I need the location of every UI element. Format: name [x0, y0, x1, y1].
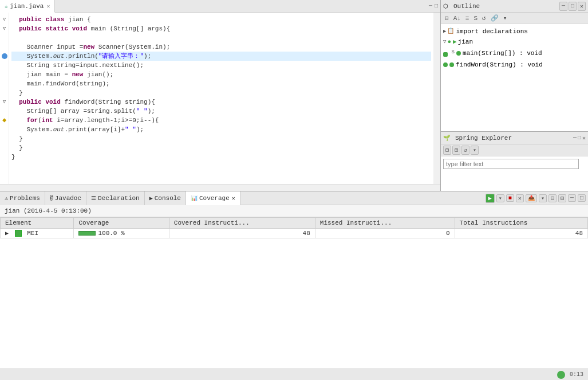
coverage-remove[interactable]: ✕ — [516, 194, 524, 202]
coverage-run-info: jian (2016-4-5 0:13:00) — [0, 205, 588, 217]
editor-scrollbar[interactable] — [433, 13, 440, 184]
outline-maximize[interactable]: □ — [569, 2, 577, 11]
outline-minimize[interactable]: ─ — [559, 2, 567, 11]
spring-more[interactable]: ▾ — [471, 146, 479, 155]
col-total[interactable]: Total Instructions — [455, 218, 587, 229]
code-line-13: System.out.print(array[i]+" "); — [11, 125, 431, 134]
outline-collapse-all[interactable]: ⊟ — [443, 14, 451, 22]
outline-link[interactable]: 🔗 — [489, 14, 500, 22]
spring-minimize[interactable]: ─ — [573, 135, 577, 142]
outline-close[interactable]: ✕ — [578, 2, 586, 11]
spring-expand-all[interactable]: ⊞ — [452, 146, 460, 155]
bottom-panel: ⚠ Problems @ Javadoc ☰ Declaration ▶ Con… — [0, 191, 588, 369]
spring-tab-controls: ─ □ ✕ — [573, 135, 586, 142]
coverage-expand[interactable]: ⊞ — [558, 194, 566, 202]
outline-class-arrow[interactable]: ▽ — [443, 37, 446, 47]
coverage-collapse[interactable]: ⊟ — [548, 194, 557, 202]
coverage-table: Element Coverage Covered Instructi... Mi… — [0, 217, 588, 238]
bottom-tab-bar: ⚠ Problems @ Javadoc ☰ Declaration ▶ Con… — [0, 191, 588, 205]
code-line-2: public static void main (String[] args){ — [11, 24, 431, 33]
outline-imports[interactable]: ▶ 📋 import declarations — [443, 26, 586, 37]
editor-horizontal-scroll[interactable] — [0, 184, 440, 191]
gutter-2: ▽ — [0, 24, 9, 33]
javadoc-icon: @ — [50, 195, 53, 201]
outline-more[interactable]: ▾ — [502, 14, 509, 22]
outline-sync[interactable]: ↺ — [480, 14, 488, 22]
coverage-stop[interactable]: ■ — [506, 194, 514, 202]
coverage-export-dropdown[interactable]: ▾ — [539, 194, 547, 202]
coverage-tab-close[interactable]: ✕ — [232, 195, 235, 202]
spring-filter-input[interactable] — [443, 159, 579, 169]
outline-icon: ⬡ — [443, 3, 448, 10]
bottom-minimize[interactable]: ─ — [568, 194, 576, 202]
col-coverage[interactable]: Coverage — [74, 218, 169, 229]
col-covered[interactable]: Covered Instructi... — [169, 218, 315, 229]
gutter-14 — [0, 134, 9, 143]
status-time: 0:13 — [570, 371, 583, 378]
collapse-arrow-10[interactable]: ▽ — [3, 97, 6, 107]
gutter-13 — [0, 125, 9, 134]
java-file-icon: ☕ — [5, 3, 8, 10]
outline-sort-alpha[interactable]: A↓ — [452, 14, 463, 22]
table-row[interactable]: ▶ MEI 100.0 % 48 0 48 — [1, 229, 588, 238]
editor-gutter: ▽ ▽ ▽ ◆ — [0, 13, 9, 184]
col-element[interactable]: Element — [1, 218, 74, 229]
spring-refresh[interactable]: ↺ — [461, 146, 469, 155]
spring-icon: 🌱 — [443, 135, 450, 142]
col-missed[interactable]: Missed Instructi... — [315, 218, 455, 229]
coverage-icon: 📊 — [191, 195, 198, 202]
spring-toolbar: ⊟ ⊞ ↺ ▾ — [441, 144, 588, 156]
editor-tab-jian-java[interactable]: ☕ jian.java ✕ — [0, 0, 55, 13]
tab-coverage-label: Coverage — [199, 195, 230, 202]
outline-hide-static[interactable]: S — [472, 14, 479, 22]
tab-coverage[interactable]: 📊 Coverage ✕ — [186, 191, 240, 205]
breakpoint-icon[interactable] — [2, 53, 7, 59]
tab-javadoc-label: Javadoc — [55, 195, 81, 202]
method-dot — [443, 62, 448, 67]
coverage-run-btn[interactable]: ▶ — [486, 194, 495, 203]
outline-method-main[interactable]: S main(String[]) : void — [443, 47, 586, 60]
coverage-run-label: jian (2016-4-5 0:13:00) — [5, 207, 92, 214]
outline-method-findword[interactable]: findWord(String) : void — [443, 60, 586, 70]
collapse-arrow-1[interactable]: ▽ — [3, 15, 6, 24]
maximize-icon[interactable]: □ — [435, 3, 438, 9]
gutter-6 — [0, 61, 9, 70]
outline-tab-label[interactable]: Outline — [450, 2, 483, 11]
cell-total: 48 — [455, 229, 587, 238]
code-line-7: jian main = new jian(); — [11, 70, 431, 79]
gutter-12: ◆ — [0, 116, 9, 125]
spring-collapse-all[interactable]: ⊟ — [443, 146, 451, 155]
minimize-icon[interactable]: ─ — [429, 3, 432, 9]
cell-element: ▶ MEI — [1, 229, 74, 238]
declaration-icon: ☰ — [91, 195, 96, 202]
row-expand-arrow[interactable]: ▶ — [5, 230, 9, 237]
coverage-dropdown[interactable]: ▾ — [496, 194, 504, 202]
code-line-12: for(int i=array.length-1;i>=0;i--){ — [11, 116, 431, 125]
code-area[interactable]: public class jian { public static void m… — [9, 13, 433, 184]
status-bar: 0:13 — [0, 369, 588, 380]
gutter-7 — [0, 70, 9, 79]
editor-tab-bar: ☕ jian.java ✕ ─ □ — [0, 0, 440, 13]
outline-class-arrow2: ▶ — [453, 37, 457, 47]
code-line-16: } — [11, 152, 431, 162]
outline-hide-fields[interactable]: ≡ — [464, 14, 471, 22]
tab-console[interactable]: ▶ Console — [145, 191, 186, 205]
collapse-arrow-2[interactable]: ▽ — [3, 24, 6, 33]
tab-problems[interactable]: ⚠ Problems — [0, 191, 45, 205]
class-icon: ● — [447, 37, 451, 47]
spring-tab-label[interactable]: Spring Explorer — [452, 134, 515, 143]
outline-imports-arrow[interactable]: ▶ — [443, 26, 446, 37]
spring-close[interactable]: ✕ — [582, 135, 586, 142]
bottom-maximize[interactable]: □ — [578, 194, 586, 202]
spring-maximize[interactable]: □ — [578, 135, 581, 142]
gutter-1: ▽ — [0, 15, 9, 24]
coverage-export[interactable]: 📤 — [526, 194, 537, 202]
editor-tab-close[interactable]: ✕ — [46, 3, 50, 10]
outline-class-jian[interactable]: ▽ ● ▶ jian — [443, 37, 586, 47]
spring-tab-bar: 🌱 Spring Explorer ─ □ ✕ — [441, 132, 588, 144]
tab-javadoc[interactable]: @ Javadoc — [45, 191, 86, 205]
tab-problems-label: Problems — [10, 195, 40, 202]
status-circle — [557, 371, 565, 379]
tab-declaration[interactable]: ☰ Declaration — [86, 191, 145, 205]
diamond-icon: ◆ — [2, 116, 6, 125]
